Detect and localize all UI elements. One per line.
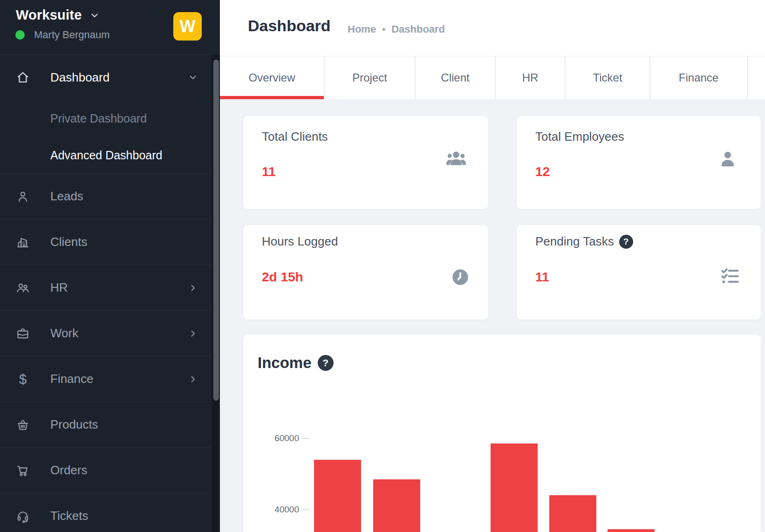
person-icon	[16, 190, 30, 204]
tab-hr[interactable]: HR	[496, 56, 566, 99]
sidebar-item-advanced-dashboard[interactable]: Advanced Dashboard	[0, 137, 212, 173]
sidebar: Worksuite Marty Bergnaum W Dashboard	[0, 0, 220, 532]
hours-logged-card: Hours Logged 2d 15h	[243, 225, 488, 320]
income-bar	[314, 460, 361, 532]
brand-name: Worksuite	[16, 7, 82, 23]
sidebar-item-work[interactable]: Work	[0, 310, 212, 356]
card-title: Hours Logged	[262, 234, 338, 249]
users-icon	[445, 148, 467, 170]
tab-label: Ticket	[593, 71, 622, 84]
online-status-icon	[15, 30, 25, 40]
total-employees-card: Total Employees 12	[517, 116, 761, 209]
income-bar	[491, 443, 538, 532]
sidebar-item-label: Orders	[50, 463, 87, 477]
chevron-down-icon	[187, 72, 198, 83]
sidebar-item-label: HR	[50, 280, 68, 295]
sidebar-item-orders[interactable]: Orders	[0, 447, 212, 493]
page-title: Dashboard	[248, 17, 331, 35]
breadcrumb-home-link[interactable]: Home	[348, 23, 376, 35]
card-title: Total Employees	[535, 130, 624, 144]
sidebar-item-label: Clients	[50, 235, 87, 249]
sidebar-item-label: Finance	[50, 372, 94, 386]
sidebar-item-products[interactable]: Products	[0, 402, 212, 447]
breadcrumb-separator: •	[382, 24, 385, 35]
sidebar-item-tickets[interactable]: Tickets	[0, 493, 212, 532]
breadcrumb-current: Dashboard	[391, 23, 445, 35]
sidebar-item-hr[interactable]: HR	[0, 265, 212, 310]
income-bar	[608, 529, 655, 532]
breadcrumb: Home • Dashboard	[348, 23, 445, 35]
chevron-right-icon	[187, 328, 198, 339]
sidebar-item-finance[interactable]: $ Finance	[0, 356, 212, 402]
help-icon[interactable]: ?	[619, 235, 633, 249]
sidebar-item-label: Work	[50, 326, 78, 341]
page-header: Dashboard Home • Dashboard	[220, 0, 765, 56]
chevron-right-icon	[187, 282, 198, 293]
user-name: Marty Bergnaum	[34, 29, 110, 41]
sidebar-item-label: Leads	[50, 189, 83, 204]
tab-ticket[interactable]: Ticket	[566, 56, 650, 99]
sidebar-item-clients[interactable]: Clients	[0, 219, 212, 265]
tasks-icon	[720, 266, 740, 286]
y-axis-tick-mark	[303, 438, 309, 439]
user-status[interactable]: Marty Bergnaum	[15, 29, 110, 41]
cart-icon	[16, 464, 30, 477]
income-title-text: Income	[258, 354, 312, 372]
workspace-switcher[interactable]: Worksuite	[16, 7, 100, 23]
tab-client[interactable]: Client	[416, 56, 496, 99]
sidebar-item-private-dashboard[interactable]: Private Dashboard	[0, 100, 212, 137]
income-title: Income ?	[258, 354, 334, 372]
active-tab-indicator	[220, 96, 324, 99]
income-card: Income ? 60000 40000	[243, 334, 761, 532]
card-title: Pending Tasks ?	[535, 234, 633, 249]
sidebar-scrollbar-thumb[interactable]	[213, 60, 219, 401]
sidebar-subitem-label: Advanced Dashboard	[50, 149, 162, 162]
app-logo: W	[173, 12, 202, 41]
sidebar-item-label: Tickets	[50, 509, 88, 523]
card-value: 12	[535, 164, 550, 179]
sidebar-subitem-label: Private Dashboard	[50, 112, 147, 125]
headset-icon	[16, 509, 30, 523]
main-area: Dashboard Home • Dashboard Overview Proj…	[220, 0, 765, 532]
chevron-down-icon	[89, 10, 100, 21]
y-axis-tick-label: 60000	[255, 433, 299, 443]
clock-icon	[451, 268, 470, 286]
card-title-text: Pending Tasks	[535, 234, 614, 249]
tab-label: HR	[522, 71, 539, 84]
sidebar-item-dashboard[interactable]: Dashboard	[0, 55, 212, 100]
total-clients-card: Total Clients 11	[243, 116, 488, 209]
sidebar-item-label: Dashboard	[50, 70, 109, 85]
y-axis-tick-mark	[303, 509, 309, 510]
dashboard-tabs: Overview Project Client HR Ticket Financ…	[220, 56, 765, 99]
chevron-right-icon	[187, 374, 198, 385]
card-value: 11	[535, 270, 549, 285]
tab-finance[interactable]: Finance	[650, 56, 748, 99]
sidebar-item-leads[interactable]: Leads	[0, 173, 212, 219]
tab-overview[interactable]: Overview	[220, 56, 325, 99]
tab-label: Finance	[679, 71, 718, 84]
card-title: Total Clients	[262, 130, 328, 144]
building-icon	[16, 235, 30, 249]
pending-tasks-card: Pending Tasks ? 11	[517, 225, 761, 320]
tab-label: Overview	[248, 71, 295, 84]
sidebar-item-label: Products	[50, 417, 98, 432]
people-icon	[16, 281, 30, 295]
home-icon	[16, 70, 30, 84]
tab-partial[interactable]	[748, 56, 764, 99]
sidebar-header: Worksuite Marty Bergnaum W	[0, 0, 212, 55]
tab-project[interactable]: Project	[325, 56, 416, 99]
dollar-icon: $	[16, 372, 30, 386]
help-icon[interactable]: ?	[318, 355, 334, 371]
y-axis-tick-label: 40000	[255, 505, 299, 515]
income-bar	[373, 479, 420, 532]
income-bar	[549, 495, 596, 532]
sidebar-menu: Dashboard Private Dashboard Advanced Das…	[0, 55, 212, 532]
briefcase-icon	[16, 327, 30, 341]
tab-label: Project	[352, 71, 387, 84]
app-window: Worksuite Marty Bergnaum W Dashboard	[0, 0, 765, 532]
user-icon	[717, 149, 738, 170]
basket-icon	[16, 418, 30, 432]
tab-label: Client	[441, 71, 469, 84]
card-value: 11	[262, 164, 276, 179]
card-value: 2d 15h	[262, 270, 303, 285]
